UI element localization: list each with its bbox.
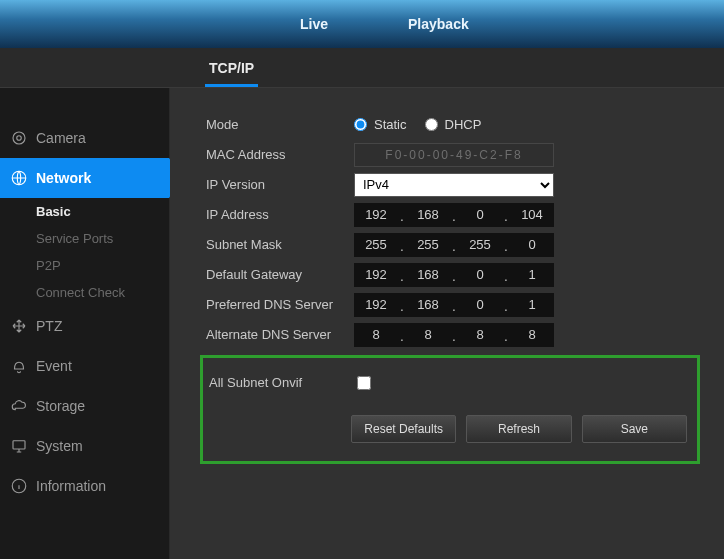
- camera-icon: [10, 129, 28, 147]
- row-pdns: Preferred DNS Server . . .: [206, 290, 704, 319]
- dot: .: [502, 233, 510, 257]
- sidebar-item-network[interactable]: Network: [0, 158, 169, 198]
- ip-octet-1[interactable]: [354, 203, 398, 227]
- row-mac: MAC Address F0-00-00-49-C2-F8: [206, 140, 704, 169]
- subnet-octet-4[interactable]: [510, 233, 554, 257]
- sidebar-label: Camera: [36, 130, 86, 146]
- sidebar-sub-service-ports[interactable]: Service Ports: [0, 225, 169, 252]
- label-subnet: Subnet Mask: [206, 237, 354, 252]
- tab-tcpip[interactable]: TCP/IP: [205, 50, 258, 87]
- sidebar-sub-p2p[interactable]: P2P: [0, 252, 169, 279]
- adns-octet-3[interactable]: [458, 323, 502, 347]
- info-icon: [10, 477, 28, 495]
- monitor-icon: [10, 437, 28, 455]
- highlight-box: All Subnet Onvif Reset Defaults Refresh …: [200, 355, 700, 464]
- dot: .: [450, 293, 458, 317]
- row-all-onvif: All Subnet Onvif: [203, 368, 687, 397]
- subnet-octet-3[interactable]: [458, 233, 502, 257]
- gateway-octet-2[interactable]: [406, 263, 450, 287]
- sidebar-item-camera[interactable]: Camera: [0, 118, 169, 158]
- sidebar-label: System: [36, 438, 83, 454]
- label-all-onvif: All Subnet Onvif: [209, 375, 357, 390]
- bell-icon: [10, 357, 28, 375]
- sidebar-item-information[interactable]: Information: [0, 466, 169, 506]
- pdns-octet-3[interactable]: [458, 293, 502, 317]
- adns-octet-2[interactable]: [406, 323, 450, 347]
- row-gateway: Default Gateway . . .: [206, 260, 704, 289]
- button-row: Reset Defaults Refresh Save: [351, 415, 687, 443]
- sidebar-label: Storage: [36, 398, 85, 414]
- ip-octet-4[interactable]: [510, 203, 554, 227]
- radio-dhcp-label[interactable]: DHCP: [445, 117, 482, 132]
- ip-octet-3[interactable]: [458, 203, 502, 227]
- radio-dhcp[interactable]: [425, 118, 438, 131]
- row-ipver: IP Version IPv4: [206, 170, 704, 199]
- pdns-group: . . .: [354, 293, 554, 317]
- sidebar-item-event[interactable]: Event: [0, 346, 169, 386]
- sidebar-label: Network: [36, 170, 91, 186]
- gateway-octet-3[interactable]: [458, 263, 502, 287]
- mode-radio-group: Static DHCP: [354, 117, 495, 132]
- dot: .: [398, 233, 406, 257]
- dot: .: [502, 323, 510, 347]
- sidebar: Camera Network Basic Service Ports P2P C…: [0, 88, 170, 559]
- dot: .: [398, 203, 406, 227]
- row-adns: Alternate DNS Server . . .: [206, 320, 704, 349]
- radio-static[interactable]: [354, 118, 367, 131]
- content-panel: Mode Static DHCP MAC Address F0-00-00-49…: [170, 88, 724, 559]
- adns-octet-1[interactable]: [354, 323, 398, 347]
- ip-octet-2[interactable]: [406, 203, 450, 227]
- ip-version-select[interactable]: IPv4: [354, 173, 554, 197]
- top-bar: Live Playback: [0, 0, 724, 48]
- dot: .: [398, 323, 406, 347]
- dot: .: [398, 263, 406, 287]
- svg-rect-3: [13, 441, 25, 449]
- svg-point-1: [17, 136, 22, 141]
- cloud-icon: [10, 397, 28, 415]
- reset-defaults-button[interactable]: Reset Defaults: [351, 415, 456, 443]
- subnet-octet-1[interactable]: [354, 233, 398, 257]
- gateway-octet-4[interactable]: [510, 263, 554, 287]
- sidebar-item-storage[interactable]: Storage: [0, 386, 169, 426]
- label-ipver: IP Version: [206, 177, 354, 192]
- label-gateway: Default Gateway: [206, 267, 354, 282]
- sidebar-item-system[interactable]: System: [0, 426, 169, 466]
- dot: .: [398, 293, 406, 317]
- all-subnet-onvif-checkbox[interactable]: [357, 376, 371, 390]
- sidebar-item-ptz[interactable]: PTZ: [0, 306, 169, 346]
- adns-octet-4[interactable]: [510, 323, 554, 347]
- row-mode: Mode Static DHCP: [206, 110, 704, 139]
- svg-point-0: [13, 132, 25, 144]
- topbar-live[interactable]: Live: [300, 16, 328, 32]
- sidebar-label: Information: [36, 478, 106, 494]
- refresh-button[interactable]: Refresh: [466, 415, 571, 443]
- dot: .: [450, 203, 458, 227]
- dot: .: [450, 323, 458, 347]
- sidebar-sub-basic[interactable]: Basic: [0, 198, 169, 225]
- label-mac: MAC Address: [206, 147, 354, 162]
- radio-static-label[interactable]: Static: [374, 117, 407, 132]
- label-pdns: Preferred DNS Server: [206, 297, 354, 312]
- pdns-octet-2[interactable]: [406, 293, 450, 317]
- dot: .: [502, 263, 510, 287]
- gateway-octet-1[interactable]: [354, 263, 398, 287]
- pdns-octet-1[interactable]: [354, 293, 398, 317]
- ip-address-group: . . .: [354, 203, 554, 227]
- dot: .: [450, 263, 458, 287]
- gateway-group: . . .: [354, 263, 554, 287]
- subnet-octet-2[interactable]: [406, 233, 450, 257]
- topbar-playback[interactable]: Playback: [408, 16, 469, 32]
- dot: .: [502, 293, 510, 317]
- sidebar-sub-connect-check[interactable]: Connect Check: [0, 279, 169, 306]
- save-button[interactable]: Save: [582, 415, 687, 443]
- pdns-octet-4[interactable]: [510, 293, 554, 317]
- subnet-group: . . .: [354, 233, 554, 257]
- ptz-icon: [10, 317, 28, 335]
- label-ip: IP Address: [206, 207, 354, 222]
- sidebar-label: Event: [36, 358, 72, 374]
- globe-icon: [10, 169, 28, 187]
- row-ip: IP Address . . .: [206, 200, 704, 229]
- dot: .: [450, 233, 458, 257]
- label-adns: Alternate DNS Server: [206, 327, 354, 342]
- mac-address-value: F0-00-00-49-C2-F8: [354, 143, 554, 167]
